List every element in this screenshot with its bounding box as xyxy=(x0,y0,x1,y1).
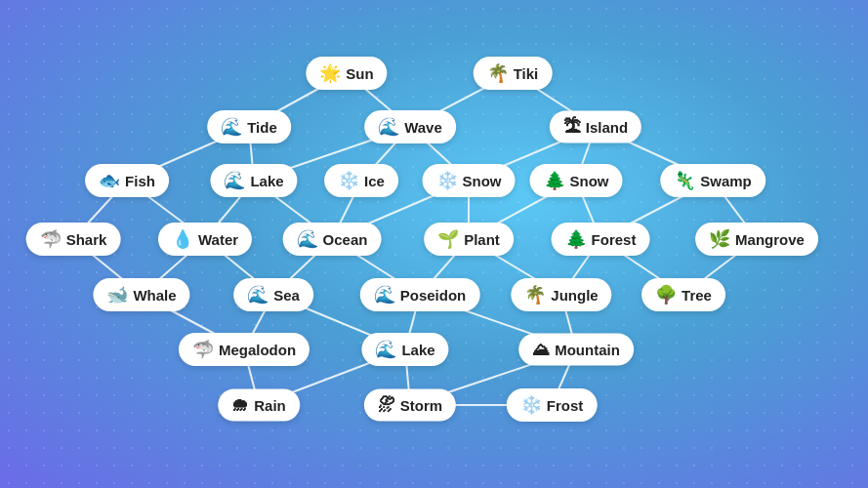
node-snow1: ❄️Snow xyxy=(423,164,516,197)
node-label-tiki: Tiki xyxy=(514,65,539,82)
node-whale: 🐋Whale xyxy=(93,278,189,311)
node-fish: 🐟Fish xyxy=(85,164,169,197)
node-storm: ⛈Storm xyxy=(364,389,456,422)
node-icon-ocean: 🌊 xyxy=(297,228,318,250)
node-ocean: 🌊Ocean xyxy=(283,223,382,256)
node-tiki: 🌴Tiki xyxy=(474,57,553,90)
node-frost: ❄️Frost xyxy=(507,388,598,422)
node-label-sun: Sun xyxy=(346,65,373,82)
node-water: 💧Water xyxy=(158,223,252,256)
node-icon-sea: 🌊 xyxy=(247,284,269,305)
node-icon-storm: ⛈ xyxy=(378,395,395,416)
node-icon-mountain: ⛰ xyxy=(532,340,550,360)
node-icon-mangrove: 🌿 xyxy=(709,228,730,250)
node-label-jungle: Jungle xyxy=(551,287,598,304)
graph-container: 🌟Sun🌴Tiki🌊Tide🌊Wave🏝Island🐟Fish🌊Lake❄️Ic… xyxy=(0,0,868,488)
node-label-rain: Rain xyxy=(254,397,286,414)
node-icon-wave: 🌊 xyxy=(378,116,399,138)
node-lake2: 🌊Lake xyxy=(361,333,448,366)
node-label-lake1: Lake xyxy=(250,173,283,189)
node-label-sea: Sea xyxy=(273,287,300,304)
node-tree: 🌳Tree xyxy=(641,278,725,311)
node-icon-shark: 🦈 xyxy=(40,228,62,250)
node-forest: 🌲Forest xyxy=(552,223,650,256)
node-label-snow2: Snow xyxy=(570,173,609,189)
node-label-water: Water xyxy=(198,231,238,248)
node-icon-poseidon: 🌊 xyxy=(374,284,395,305)
node-plant: 🌱Plant xyxy=(424,223,514,256)
node-icon-fish: 🐟 xyxy=(99,170,120,191)
node-wave: 🌊Wave xyxy=(364,110,456,143)
node-icon-megalodon: 🦈 xyxy=(192,339,214,360)
node-label-storm: Storm xyxy=(400,397,442,414)
node-mangrove: 🌿Mangrove xyxy=(695,223,818,256)
node-rain: 🌧Rain xyxy=(218,389,300,422)
node-icon-whale: 🐋 xyxy=(106,284,128,305)
node-icon-lake2: 🌊 xyxy=(375,339,396,360)
node-icon-snow2: 🌲 xyxy=(544,170,565,191)
node-snow2: 🌲Snow xyxy=(530,164,623,197)
node-poseidon: 🌊Poseidon xyxy=(360,278,480,311)
node-icon-frost: ❄️ xyxy=(520,394,542,416)
node-ice: ❄️Ice xyxy=(324,164,398,197)
node-icon-sun: 🌟 xyxy=(319,62,341,84)
node-shark: 🦈Shark xyxy=(26,223,121,256)
node-sun: 🌟Sun xyxy=(306,57,387,90)
node-icon-plant: 🌱 xyxy=(437,228,459,250)
node-label-plant: Plant xyxy=(464,231,500,248)
node-tide: 🌊Tide xyxy=(207,110,291,143)
node-label-mountain: Mountain xyxy=(555,342,620,358)
node-label-frost: Frost xyxy=(547,397,584,414)
node-icon-tiki: 🌴 xyxy=(487,62,509,84)
node-icon-jungle: 🌴 xyxy=(524,284,546,305)
node-island: 🏝Island xyxy=(550,111,641,143)
node-label-poseidon: Poseidon xyxy=(400,287,467,304)
node-icon-tree: 🌳 xyxy=(655,284,677,305)
node-icon-snow1: ❄️ xyxy=(436,170,458,191)
node-label-shark: Shark xyxy=(66,231,107,248)
node-label-snow1: Snow xyxy=(463,173,502,189)
node-label-swamp: Swamp xyxy=(700,173,752,189)
node-label-ice: Ice xyxy=(364,173,385,189)
node-label-whale: Whale xyxy=(133,287,176,304)
node-mountain: ⛰Mountain xyxy=(518,334,634,366)
node-sea: 🌊Sea xyxy=(233,278,313,311)
node-icon-ice: ❄️ xyxy=(338,170,359,191)
node-icon-water: 💧 xyxy=(172,228,193,250)
node-swamp: 🦎Swamp xyxy=(660,164,765,197)
node-label-mangrove: Mangrove xyxy=(735,231,805,248)
node-icon-rain: 🌧 xyxy=(231,395,249,416)
node-icon-lake1: 🌊 xyxy=(224,170,245,191)
node-icon-swamp: 🦎 xyxy=(674,170,695,191)
node-label-wave: Wave xyxy=(404,119,442,136)
node-icon-forest: 🌲 xyxy=(565,228,587,250)
node-label-fish: Fish xyxy=(125,173,155,189)
node-label-ocean: Ocean xyxy=(323,231,368,248)
node-label-tree: Tree xyxy=(682,287,712,304)
node-lake1: 🌊Lake xyxy=(210,164,297,197)
node-megalodon: 🦈Megalodon xyxy=(179,333,310,366)
node-label-lake2: Lake xyxy=(401,342,434,358)
node-icon-island: 🏝 xyxy=(563,117,581,138)
node-label-tide: Tide xyxy=(247,119,277,136)
node-label-megalodon: Megalodon xyxy=(219,342,296,358)
node-label-island: Island xyxy=(586,119,628,136)
node-label-forest: Forest xyxy=(592,231,637,248)
node-icon-tide: 🌊 xyxy=(221,116,242,138)
node-jungle: 🌴Jungle xyxy=(511,278,611,311)
